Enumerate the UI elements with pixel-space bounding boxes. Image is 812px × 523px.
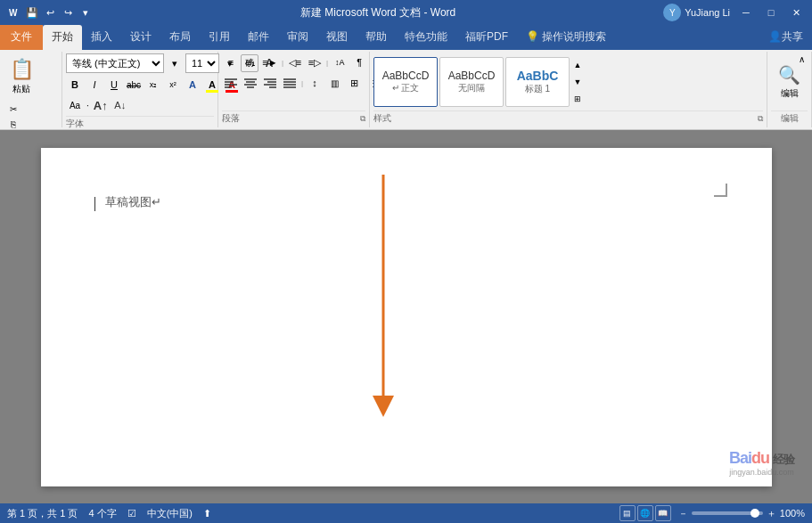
multilevel-button[interactable]: ≡► xyxy=(261,53,279,71)
paste-label: 粘贴 xyxy=(12,83,30,95)
zoom-out-button[interactable]: － xyxy=(678,507,688,520)
title-right-icons: Y YuJiang Li ─ □ ✕ xyxy=(663,4,805,21)
justify-button[interactable] xyxy=(281,74,299,92)
tab-layout[interactable]: 布局 xyxy=(160,25,200,50)
style-heading1[interactable]: AaBbC 标题 1 xyxy=(505,57,570,107)
align-left-button[interactable] xyxy=(222,74,240,92)
style-no-spacing[interactable]: AaBbCcD 无间隔 xyxy=(439,57,504,107)
align-right-button[interactable] xyxy=(261,74,279,92)
styles-group: AaBbCcD ↵ 正文 AaBbCcD 无间隔 AaBbC 标题 1 ▲ ▼ … xyxy=(370,52,767,127)
save-icon[interactable]: 💾 xyxy=(25,5,39,20)
paragraph-dialog-launcher[interactable]: ⧉ xyxy=(360,114,365,124)
subscript-button[interactable]: x₂ xyxy=(144,76,162,94)
user-area[interactable]: Y YuJiang Li xyxy=(663,4,730,21)
title-left-icons: W 💾 ↩ ↪ ▾ xyxy=(7,5,93,20)
style-normal-label: ↵ 正文 xyxy=(392,82,420,94)
numbering-button[interactable]: ≡₁ xyxy=(242,53,259,71)
tab-special[interactable]: 特色功能 xyxy=(396,25,456,50)
minimize-button[interactable]: ─ xyxy=(737,4,755,21)
superscript-button[interactable]: x² xyxy=(164,76,182,94)
word-logo-icon: W xyxy=(7,5,21,20)
editing-button[interactable]: 🔍 编辑 xyxy=(772,64,808,100)
restore-button[interactable]: □ xyxy=(762,4,780,21)
bold-button[interactable]: B xyxy=(66,76,84,94)
para-row-1: ≡ ≡₁ ≡► | ◁≡ ≡▷ | ↕A ¶ xyxy=(222,53,368,71)
close-button[interactable]: ✕ xyxy=(787,4,805,21)
ribbon-collapse-button[interactable]: ∧ xyxy=(794,52,808,66)
share-label: 共享 xyxy=(782,29,803,45)
shading-button[interactable]: ▥ xyxy=(325,74,343,92)
page-corner-mark xyxy=(714,184,727,197)
tab-search[interactable]: 💡 操作说明搜索 xyxy=(517,25,615,50)
ribbon-tabs: 文件 开始 插入 设计 布局 引用 邮件 审阅 视图 帮助 特色功能 福昕PDF… xyxy=(0,25,812,50)
grow-font-button[interactable]: A↑ xyxy=(92,96,110,114)
font-family-select[interactable]: 等线 (中文正文) xyxy=(66,53,164,73)
editing-label: 编辑 xyxy=(781,87,799,100)
style-normal[interactable]: AaBbCcD ↵ 正文 xyxy=(373,57,438,107)
font-family-dropdown-icon[interactable]: ▾ xyxy=(166,54,184,72)
show-marks-button[interactable]: ¶ xyxy=(350,53,368,71)
zoom-thumb xyxy=(750,509,759,518)
paragraph-label: 段落 ⧉ xyxy=(222,110,365,126)
underline-button[interactable]: U xyxy=(105,76,123,94)
styles-dialog-launcher[interactable]: ⧉ xyxy=(758,114,763,124)
print-layout-btn[interactable]: ▤ xyxy=(619,505,636,521)
tab-insert[interactable]: 插入 xyxy=(82,25,121,50)
bullets-button[interactable]: ≡ xyxy=(222,53,240,71)
tab-design[interactable]: 设计 xyxy=(121,25,160,50)
zoom-in-button[interactable]: ＋ xyxy=(767,507,776,520)
draft-view-text: 草稿视图↵ xyxy=(105,194,161,210)
tab-mailings[interactable]: 邮件 xyxy=(239,25,278,50)
undo-icon[interactable]: ↩ xyxy=(43,5,57,20)
cut-button[interactable]: ✂ xyxy=(4,102,23,116)
styles-scroll-up[interactable]: ▲ xyxy=(571,57,584,73)
styles-expand[interactable]: ⊞ xyxy=(571,91,584,107)
style-heading1-preview: AaBbC xyxy=(517,69,559,83)
copy-button[interactable]: ⎘ xyxy=(4,117,23,131)
tab-share[interactable]: 👤 共享 xyxy=(759,25,812,50)
align-center-button[interactable] xyxy=(242,74,259,92)
styles-scroll-down[interactable]: ▼ xyxy=(571,74,584,90)
font-size-select[interactable]: 11 xyxy=(185,53,219,73)
zoom-slider[interactable] xyxy=(692,511,763,515)
increase-indent-button[interactable]: ≡▷ xyxy=(306,53,324,71)
redo-icon[interactable]: ↪ xyxy=(61,5,75,20)
tab-pdf[interactable]: 福昕PDF xyxy=(456,25,517,50)
style-heading1-label: 标题 1 xyxy=(525,83,550,95)
search-bulb-icon: 💡 xyxy=(526,30,539,43)
tab-help[interactable]: 帮助 xyxy=(357,25,396,50)
decrease-indent-button[interactable]: ◁≡ xyxy=(286,53,304,71)
style-no-spacing-preview: AaBbCcD xyxy=(448,69,496,82)
tab-review[interactable]: 审阅 xyxy=(278,25,317,50)
view-buttons: ▤ 🌐 📖 xyxy=(619,505,671,521)
zoom-level: 100% xyxy=(780,508,805,519)
font-group: 等线 (中文正文) ▾ 11 ▾ 磅 A B I U abc x₂ x² A A xyxy=(62,52,218,127)
borders-button[interactable]: ⊞ xyxy=(345,74,363,92)
web-layout-btn[interactable]: 🌐 xyxy=(637,505,653,521)
check-icon: ☑ xyxy=(127,508,136,519)
status-left: 第 1 页，共 1 页 4 个字 ☑ 中文(中国) ⬆ xyxy=(7,507,211,520)
line-spacing-button[interactable]: ↕ xyxy=(306,74,324,92)
language-indicator[interactable]: 中文(中国) xyxy=(147,507,193,520)
change-case-button[interactable]: Aa xyxy=(66,96,84,114)
text-effect-button[interactable]: A xyxy=(184,76,201,94)
tab-file[interactable]: 文件 xyxy=(0,25,43,50)
document-page[interactable]: 草稿视图↵ xyxy=(41,148,772,486)
customize-qat-icon[interactable]: ▾ xyxy=(78,5,93,20)
word-count: 4 个字 xyxy=(88,507,116,520)
para-row-2: | ↕ ▥ ⊞ ⋮ xyxy=(222,74,382,92)
styles-content: AaBbCcD ↵ 正文 AaBbCcD 无间隔 AaBbC 标题 1 ▲ ▼ … xyxy=(373,53,763,110)
window-title: 新建 Microsoft Word 文档 - Word xyxy=(93,5,663,20)
tab-references[interactable]: 引用 xyxy=(200,25,239,50)
shrink-font-button[interactable]: A↓ xyxy=(111,96,129,114)
paste-button[interactable]: 📋 粘贴 xyxy=(4,53,39,100)
strikethrough-button[interactable]: abc xyxy=(125,76,143,94)
tab-view[interactable]: 视图 xyxy=(317,25,357,50)
italic-button[interactable]: I xyxy=(86,76,103,94)
ribbon-toolbar: 📋 粘贴 ✂ ⎘ 🖌 剪贴板 等线 (中文正文) ▾ 11 ▾ 磅 xyxy=(0,50,812,130)
sort-button[interactable]: ↕A xyxy=(331,53,349,71)
page-info: 第 1 页，共 1 页 xyxy=(7,507,78,520)
paste-icon: 📋 xyxy=(10,58,34,81)
read-mode-btn[interactable]: 📖 xyxy=(655,505,671,521)
tab-home[interactable]: 开始 xyxy=(43,25,82,50)
